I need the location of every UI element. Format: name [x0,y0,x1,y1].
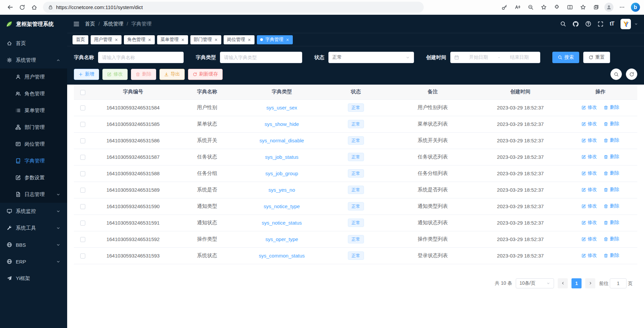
sidebar-toggle-icon[interactable] [73,21,80,27]
browser-home-button[interactable] [28,1,40,13]
sidebar-item[interactable]: 部门管理 [0,119,67,136]
password-key-icon[interactable] [498,1,510,13]
row-delete-button[interactable]: 删除 [604,104,619,110]
user-avatar[interactable]: Y [620,19,631,29]
collections-icon[interactable] [590,1,602,13]
extensions-icon[interactable] [551,1,563,13]
sidebar-item[interactable]: 字典管理 [0,152,67,169]
row-checkbox[interactable] [80,237,85,242]
favorite-star-icon[interactable] [538,1,550,13]
row-checkbox[interactable] [80,122,85,127]
page-size-select[interactable]: 10条/页 [516,278,554,288]
zoom-icon[interactable] [524,1,537,13]
tab-close-icon[interactable] [214,38,218,42]
row-delete-button[interactable]: 删除 [604,121,619,127]
tab-close-icon[interactable] [286,38,289,42]
more-menu-icon[interactable] [616,1,628,13]
font-size-icon[interactable]: tT [610,21,614,27]
tab-close-icon[interactable] [181,38,185,42]
avatar-caret-icon[interactable] [634,22,638,26]
dict-type-link[interactable]: sys_notice_status [262,220,302,226]
browser-back-button[interactable] [4,1,16,13]
select-all-checkbox[interactable] [80,90,85,95]
sidebar-item[interactable]: 系统管理 [0,52,67,68]
dict-type-link[interactable]: sys_job_group [265,171,298,176]
sidebar-item[interactable]: 用户管理 [0,68,67,85]
url-input[interactable] [56,4,419,10]
help-icon[interactable] [585,21,591,27]
dict-type-input[interactable] [224,55,298,60]
export-button[interactable]: 导出 [159,69,185,80]
row-edit-button[interactable]: 修改 [582,154,597,160]
sidebar-item[interactable]: 系统监控 [0,203,67,220]
breadcrumb-item[interactable]: 字典管理 [123,21,151,27]
sidebar-item[interactable]: 角色管理 [0,85,67,102]
page-tab[interactable]: 部门管理 [190,35,221,44]
prev-page-button[interactable] [558,278,568,288]
read-aloud-icon[interactable] [511,1,523,13]
sidebar-item[interactable]: 日志管理 [0,186,67,203]
date-range-picker[interactable]: 开始日期 - 结束日期 [450,52,540,63]
add-button[interactable]: 新增 [74,69,99,80]
sidebar-item[interactable]: BBS [0,236,67,253]
dict-type-link[interactable]: sys_yes_no [269,187,295,193]
page-tab[interactable]: 用户管理 [91,35,122,44]
page-tab[interactable]: 角色管理 [124,35,155,44]
row-checkbox[interactable] [80,204,85,209]
next-page-button[interactable] [585,278,595,288]
reset-button[interactable]: 重置 [583,52,610,63]
refresh-cache-button[interactable]: 刷新缓存 [188,69,223,80]
row-delete-button[interactable]: 删除 [604,220,619,226]
delete-button-disabled[interactable]: 删除 [131,69,156,80]
row-edit-button[interactable]: 修改 [582,220,597,226]
profile-avatar[interactable] [604,3,613,12]
dict-type-link[interactable]: sys_common_status [259,253,305,259]
edit-button-disabled[interactable]: 修改 [102,69,128,80]
row-delete-button[interactable]: 删除 [604,137,619,143]
tab-close-icon[interactable] [247,38,251,42]
dict-type-link[interactable]: sys_user_sex [266,105,297,110]
row-edit-button[interactable]: 修改 [582,170,597,176]
github-icon[interactable] [572,21,579,27]
sidebar-item[interactable]: 首页 [0,35,67,52]
current-page-button[interactable]: 1 [571,278,582,288]
dict-type-link[interactable]: sys_notice_type [264,203,300,209]
dict-name-input[interactable] [102,55,180,60]
row-delete-button[interactable]: 删除 [604,170,619,176]
row-edit-button[interactable]: 修改 [582,104,597,110]
refresh-table-button[interactable] [626,68,637,80]
bing-discover-icon[interactable]: b [631,3,640,12]
browser-refresh-button[interactable] [16,1,28,13]
row-edit-button[interactable]: 修改 [582,236,597,242]
sidebar-item[interactable]: 菜单管理 [0,102,67,119]
favorites-bar-icon[interactable] [577,1,589,13]
status-select[interactable]: 正常 [328,52,414,63]
dict-type-link[interactable]: sys_job_status [265,154,298,160]
dict-type-field[interactable] [220,52,302,63]
breadcrumb-item[interactable]: 系统管理 [95,21,123,27]
page-tab[interactable]: 菜单管理 [157,35,188,44]
sidebar-item[interactable]: Yi框架 [0,270,67,287]
tab-close-icon[interactable] [114,38,118,42]
breadcrumb-item[interactable]: 首页 [85,21,95,27]
toggle-search-button[interactable] [610,68,622,80]
row-edit-button[interactable]: 修改 [582,203,597,209]
page-tab[interactable]: 岗位管理 [224,35,255,44]
row-edit-button[interactable]: 修改 [582,187,597,193]
row-checkbox[interactable] [80,105,85,110]
sidebar-item[interactable]: 系统工具 [0,220,67,236]
row-checkbox[interactable] [80,171,85,176]
page-tab[interactable]: 首页 [73,35,88,44]
dict-type-link[interactable]: sys_normal_disable [260,138,304,143]
sidebar-item[interactable]: ERP [0,253,67,270]
end-date-placeholder[interactable]: 结束日期 [502,54,536,60]
dict-type-link[interactable]: sys_oper_type [265,236,298,242]
sidebar-item[interactable]: 岗位管理 [0,136,67,152]
search-button[interactable]: 搜索 [552,52,579,63]
row-checkbox[interactable] [80,221,85,226]
row-delete-button[interactable]: 删除 [604,203,619,209]
address-bar[interactable] [43,2,424,13]
goto-page-input[interactable] [610,278,627,288]
sidebar-item[interactable]: 参数设置 [0,169,67,186]
start-date-placeholder[interactable]: 开始日期 [462,54,496,60]
